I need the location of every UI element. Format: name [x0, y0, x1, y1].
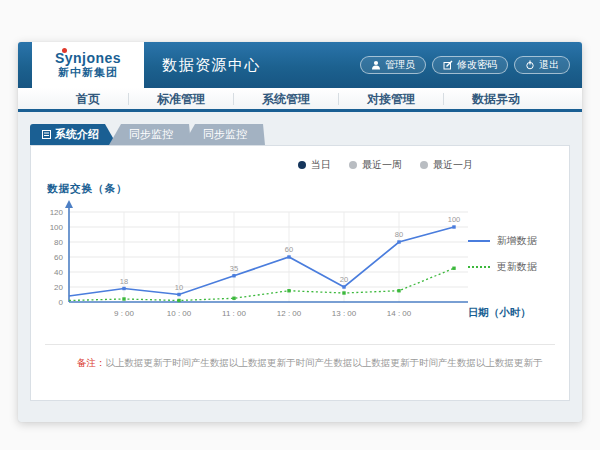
- legend-line-swatch: [468, 266, 490, 268]
- svg-text:10 : 00: 10 : 00: [167, 309, 192, 318]
- nav-item[interactable]: 首页: [48, 93, 129, 105]
- legend-label: 更新数据: [497, 260, 537, 274]
- svg-text:12 : 00: 12 : 00: [277, 309, 302, 318]
- logout-label: 退出: [539, 60, 559, 70]
- footer-note: 备注：以上数据更新于时间产生数据以上数据更新于时间产生数据以上数据更新于时间产生…: [45, 344, 555, 384]
- nav-item[interactable]: 对接管理: [339, 93, 444, 105]
- tab-label: 系统介绍: [55, 129, 99, 140]
- svg-text:80: 80: [395, 230, 403, 239]
- svg-text:100: 100: [50, 223, 64, 232]
- app-window: Synjones 新中新集团 数据资源中心 管理员 修改密码 退出: [18, 42, 582, 422]
- nav-item[interactable]: 系统管理: [234, 93, 339, 105]
- page-title: 数据资源中心: [162, 56, 261, 75]
- power-icon: [525, 60, 535, 70]
- change-password-label: 修改密码: [457, 60, 497, 70]
- svg-text:0: 0: [59, 298, 64, 307]
- radio-icon: [349, 161, 357, 169]
- radio-label: 最近一周: [362, 158, 402, 172]
- line-chart: 0204060801001209 : 0010 : 0011 : 0012 : …: [39, 198, 468, 338]
- svg-text:9 : 00: 9 : 00: [114, 309, 135, 318]
- form-icon: [42, 130, 51, 139]
- legend-line-swatch: [468, 240, 490, 242]
- edit-icon: [443, 60, 453, 70]
- tab[interactable]: 同步监控: [109, 124, 191, 145]
- legend-label: 新增数据: [497, 234, 537, 248]
- radio-icon: [298, 161, 306, 169]
- logout-button[interactable]: 退出: [514, 56, 570, 74]
- note-text: 以上数据更新于时间产生数据以上数据更新于时间产生数据以上数据更新于时间产生数据以…: [106, 357, 543, 368]
- chart-legend: 新增数据更新数据 日期（小时）: [468, 198, 569, 338]
- svg-text:100: 100: [448, 215, 461, 224]
- svg-text:20: 20: [54, 283, 63, 292]
- svg-text:60: 60: [54, 253, 63, 262]
- svg-text:80: 80: [54, 238, 63, 247]
- time-range-option[interactable]: 最近一周: [349, 158, 402, 172]
- svg-text:18: 18: [120, 277, 128, 286]
- svg-text:14 : 00: 14 : 00: [387, 309, 412, 318]
- svg-text:20: 20: [340, 275, 348, 284]
- svg-text:11 : 00: 11 : 00: [222, 309, 246, 318]
- app-header: Synjones 新中新集团 数据资源中心 管理员 修改密码 退出: [18, 42, 582, 88]
- tab[interactable]: 同步监控: [183, 124, 265, 145]
- content-area: 系统介绍同步监控同步监控 当日最近一周最近一月 数据交换（条） 02040608…: [18, 112, 582, 401]
- svg-text:13 : 00: 13 : 00: [332, 309, 357, 318]
- tab[interactable]: 系统介绍: [30, 124, 117, 145]
- svg-text:35: 35: [230, 264, 238, 273]
- time-range-option[interactable]: 最近一月: [420, 158, 473, 172]
- header-user-actions: 管理员 修改密码 退出: [360, 56, 570, 74]
- nav-item[interactable]: 数据异动: [444, 93, 548, 105]
- time-range-filter: 当日最近一周最近一月: [31, 146, 569, 172]
- nav-item[interactable]: 标准管理: [129, 93, 234, 105]
- y-axis-title: 数据交换（条）: [47, 182, 569, 196]
- x-axis-title: 日期（小时）: [468, 306, 531, 320]
- radio-label: 最近一月: [433, 158, 473, 172]
- logo-red-dot: [62, 48, 67, 53]
- legend-item[interactable]: 更新数据: [468, 260, 569, 274]
- radio-icon: [420, 161, 428, 169]
- note-prefix: 备注：: [77, 357, 106, 368]
- admin-user-label: 管理员: [385, 60, 415, 70]
- svg-text:60: 60: [285, 245, 293, 254]
- time-range-option[interactable]: 当日: [298, 158, 331, 172]
- svg-text:120: 120: [50, 208, 64, 217]
- user-icon: [371, 60, 381, 70]
- tab-bar: 系统介绍同步监控同步监控: [30, 124, 570, 145]
- chart-row: 0204060801001209 : 0010 : 0011 : 0012 : …: [31, 198, 569, 338]
- change-password-button[interactable]: 修改密码: [432, 56, 508, 74]
- legend-item[interactable]: 新增数据: [468, 234, 569, 248]
- logo-company-text: 新中新集团: [58, 67, 118, 79]
- svg-text:40: 40: [54, 268, 63, 277]
- chart-card: 当日最近一周最近一月 数据交换（条） 0204060801001209 : 00…: [30, 145, 570, 401]
- tab-label: 同步监控: [203, 129, 247, 140]
- logo: Synjones 新中新集团: [32, 42, 144, 88]
- radio-label: 当日: [311, 158, 331, 172]
- admin-user-button[interactable]: 管理员: [360, 56, 426, 74]
- tab-label: 同步监控: [129, 129, 173, 140]
- main-nav: 首页标准管理系统管理对接管理数据异动: [18, 88, 582, 112]
- logo-brand-text: Synjones: [55, 51, 121, 66]
- svg-text:10: 10: [175, 283, 183, 292]
